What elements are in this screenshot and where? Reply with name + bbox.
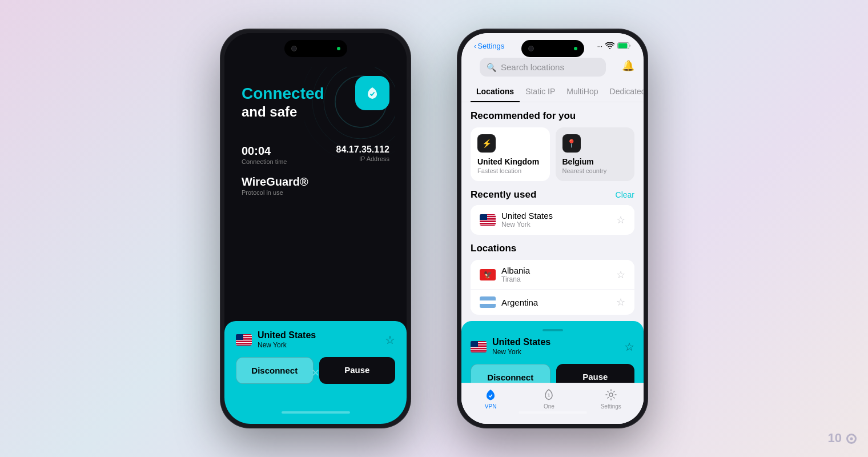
back-label: Settings <box>477 42 504 50</box>
connection-time-label: Connection time <box>242 158 308 165</box>
safe-subtitle: and safe <box>242 104 324 120</box>
one-nav-icon: 1 <box>542 388 556 402</box>
nav-settings[interactable]: Settings <box>601 388 621 410</box>
location-albania[interactable]: 🦅 Albania Tirana ☆ <box>471 260 634 290</box>
settings-nav-label: Settings <box>601 403 621 410</box>
activity-dot-2 <box>574 47 577 50</box>
argentina-flag-icon <box>480 296 496 308</box>
vpn-nav-icon <box>484 388 497 402</box>
locations-section-title: Locations <box>461 235 644 260</box>
back-button[interactable]: ‹ Settings <box>474 42 504 50</box>
nearest-country-icon: 📍 <box>562 134 581 153</box>
ip-address-value: 84.17.35.112 <box>336 145 389 155</box>
settings-nav-icon <box>604 388 618 402</box>
tab-dedicated-ip[interactable]: Dedicated IP <box>604 87 644 102</box>
nav-one[interactable]: 1 One <box>542 388 556 410</box>
albania-star-icon[interactable]: ☆ <box>616 268 625 281</box>
search-bar[interactable]: 🔍 Search locations <box>480 58 606 77</box>
uk-subtitle: Fastest location <box>477 167 543 174</box>
belgium-country-name: Belgium <box>562 157 628 166</box>
city-name: New York <box>258 341 316 349</box>
ip-address-label: IP Address <box>336 155 389 162</box>
argentina-star-icon[interactable]: ☆ <box>616 296 625 308</box>
tab-multihop[interactable]: MultiHop <box>561 87 604 102</box>
uk-country-name: United Kingdom <box>477 157 543 166</box>
dynamic-island <box>284 40 347 57</box>
albania-country: Albania <box>501 266 530 275</box>
bottom-us-flag-icon <box>471 341 487 352</box>
disconnect-button[interactable]: Disconnect <box>236 357 314 384</box>
location-row: United States New York ☆ <box>236 330 395 349</box>
belgium-subtitle: Nearest country <box>562 167 628 174</box>
recently-location-text: United States New York <box>501 211 553 228</box>
location-tabs: Locations Static IP MultiHop Dedicated I… <box>461 81 644 102</box>
vpn-screen: Connected and safe 00:04 Connection time… <box>224 33 407 424</box>
location-text: United States New York <box>258 330 316 349</box>
recently-used-item[interactable]: United States New York ☆ <box>471 205 634 234</box>
tab-locations[interactable]: Locations <box>471 87 520 102</box>
dots-icon: ··· <box>597 43 602 50</box>
us-flag-recently <box>480 214 496 226</box>
bottom-location-row: United States New York ☆ <box>471 337 634 356</box>
front-camera <box>291 46 297 51</box>
recently-used-list: United States New York ☆ <box>471 205 634 235</box>
vpn-stats-panel: 00:04 Connection time WireGuard® Protoco… <box>242 145 308 206</box>
status-icons: ··· <box>597 42 631 50</box>
us-flag-icon <box>236 334 252 346</box>
bottom-location-info: United States New York <box>471 337 550 356</box>
connection-time-value: 00:04 <box>242 145 308 158</box>
activity-dot <box>337 47 340 50</box>
clear-recently-used-button[interactable]: Clear <box>616 190 634 199</box>
app-watermark: 10 <box>827 431 857 446</box>
one-nav-label: One <box>544 403 554 410</box>
bottom-navigation: VPN 1 One <box>461 383 644 424</box>
recently-country: United States <box>501 211 553 221</box>
recommended-belgium[interactable]: 📍 Belgium Nearest country <box>556 127 635 181</box>
bottom-location-text: United States New York <box>492 337 550 356</box>
favorite-star-icon[interactable]: ☆ <box>385 333 395 347</box>
recently-star-icon[interactable]: ☆ <box>616 214 625 226</box>
recently-used-header: Recently used Clear <box>461 181 644 205</box>
close-button[interactable]: ✕ <box>311 367 320 379</box>
svg-rect-5 <box>618 43 628 48</box>
nav-vpn[interactable]: VPN <box>484 388 497 410</box>
tab-static-ip[interactable]: Static IP <box>520 87 561 102</box>
protocol-value: WireGuard® <box>242 175 308 189</box>
albania-flag-icon: 🦅 <box>480 269 496 280</box>
connection-time-stat: 00:04 Connection time <box>242 145 308 165</box>
back-chevron-icon: ‹ <box>474 42 476 50</box>
search-input[interactable]: Search locations <box>501 62 599 72</box>
home-indicator[interactable] <box>282 411 350 414</box>
recommended-cards: ⚡ United Kingdom Fastest location 📍 Belg… <box>461 127 644 181</box>
ip-address-stat: 84.17.35.112 IP Address <box>336 145 389 162</box>
wifi-icon <box>605 42 614 50</box>
pause-button[interactable]: Pause <box>319 357 396 384</box>
recently-city: New York <box>501 221 553 228</box>
bottom-city-name: New York <box>492 348 550 356</box>
country-name: United States <box>258 330 316 340</box>
recommended-section-title: Recommended for you <box>461 102 644 127</box>
phone-locations: ‹ Settings 10:55 ··· <box>457 29 648 428</box>
protocol-stat: WireGuard® Protocol in use <box>242 175 308 196</box>
location-info: United States New York <box>236 330 316 349</box>
phone-vpn-connected: Connected and safe 00:04 Connection time… <box>220 29 411 428</box>
recently-used-title: Recently used <box>471 189 536 201</box>
search-icon: 🔍 <box>487 63 496 72</box>
argentina-country: Argentina <box>501 298 538 307</box>
bottom-country-name: United States <box>492 337 550 347</box>
location-argentina[interactable]: Argentina ☆ <box>471 290 634 314</box>
argentina-location-text: Argentina <box>501 298 538 307</box>
svg-point-7 <box>609 393 613 396</box>
home-indicator-2[interactable] <box>519 411 587 414</box>
connected-title: Connected <box>242 85 324 103</box>
vpn-nav-label: VPN <box>485 403 497 410</box>
locations-screen: ‹ Settings 10:55 ··· <box>461 33 644 424</box>
front-camera-2 <box>528 46 534 51</box>
recommended-uk[interactable]: ⚡ United Kingdom Fastest location <box>471 127 550 181</box>
bottom-favorite-star-icon[interactable]: ☆ <box>624 340 634 354</box>
notification-bell-icon[interactable]: 🔔 <box>622 59 634 72</box>
vpn-logo-button[interactable] <box>355 76 389 110</box>
dynamic-island-2 <box>521 40 584 57</box>
protocol-label: Protocol in use <box>242 189 308 196</box>
locations-list: 🦅 Albania Tirana ☆ Argentina <box>471 260 634 315</box>
